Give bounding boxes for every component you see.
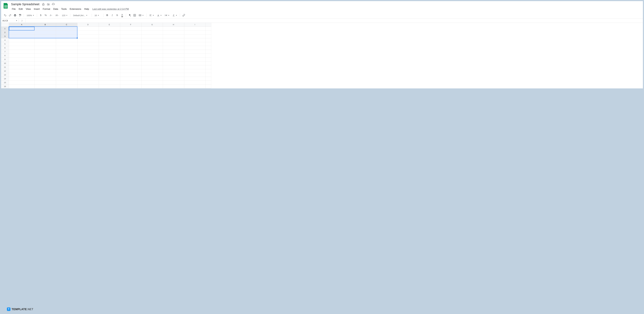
cell[interactable] [184, 38, 206, 42]
menu-tools[interactable]: Tools [60, 7, 68, 11]
cell[interactable] [120, 84, 142, 88]
cell[interactable] [77, 42, 99, 46]
cell[interactable] [56, 84, 77, 88]
cell[interactable] [34, 61, 56, 65]
redo-icon[interactable] [8, 13, 12, 17]
zoom-dropdown[interactable]: 100% ▼ [26, 13, 35, 17]
cell[interactable] [9, 30, 34, 34]
cell[interactable] [9, 57, 34, 61]
font-family-dropdown[interactable]: Default (Ari... ▼ [72, 13, 90, 17]
cell[interactable] [184, 50, 206, 54]
cell[interactable] [184, 46, 206, 50]
cell[interactable] [9, 42, 34, 46]
cell[interactable] [34, 81, 56, 84]
row-header[interactable]: 5 [1, 42, 9, 46]
cell[interactable] [142, 61, 163, 65]
cell[interactable] [206, 84, 211, 88]
cell[interactable] [184, 34, 206, 38]
cell[interactable] [77, 57, 99, 61]
row-header[interactable]: 12 [1, 69, 9, 73]
row-header[interactable]: 16 [1, 84, 9, 88]
cell[interactable] [120, 54, 142, 57]
last-edit-link[interactable]: Last edit was yesterday at 2:14 PM [92, 8, 129, 10]
row-header[interactable]: 10 [1, 61, 9, 65]
cell[interactable] [184, 57, 206, 61]
cell[interactable] [99, 57, 120, 61]
cell[interactable] [206, 42, 211, 46]
cell[interactable] [163, 34, 184, 38]
cell[interactable] [142, 42, 163, 46]
cell[interactable] [206, 34, 211, 38]
cell[interactable] [206, 57, 211, 61]
cell[interactable] [163, 77, 184, 81]
horizontal-align-dropdown[interactable]: ▼ [148, 13, 155, 17]
text-wrap-dropdown[interactable]: ▼ [164, 13, 170, 17]
cell[interactable] [34, 46, 56, 50]
cell[interactable] [142, 26, 163, 30]
cell[interactable] [120, 26, 142, 30]
cell[interactable] [163, 38, 184, 42]
cell[interactable] [206, 61, 211, 65]
cell[interactable] [142, 38, 163, 42]
cell[interactable] [206, 69, 211, 73]
cell[interactable] [77, 65, 99, 69]
cell[interactable] [9, 54, 34, 57]
italic-button[interactable]: I [110, 13, 114, 17]
cell[interactable] [34, 69, 56, 73]
cell[interactable] [163, 61, 184, 65]
print-icon[interactable] [13, 13, 17, 17]
cell[interactable] [163, 42, 184, 46]
merge-cells-dropdown[interactable]: ▼ [138, 13, 145, 17]
cell[interactable] [142, 46, 163, 50]
cell[interactable] [206, 38, 211, 42]
cell[interactable] [184, 61, 206, 65]
strikethrough-button[interactable]: S [115, 13, 119, 17]
cell[interactable] [163, 57, 184, 61]
row-header[interactable]: 7 [1, 50, 9, 54]
cell[interactable] [163, 81, 184, 84]
cell[interactable] [56, 73, 77, 77]
fill-handle[interactable] [77, 38, 78, 38]
cell[interactable] [77, 81, 99, 84]
cell[interactable] [206, 54, 211, 57]
font-size-dropdown[interactable]: 10 ▼ [94, 13, 102, 17]
row-header[interactable]: 2 [1, 30, 9, 34]
cell[interactable] [206, 26, 211, 30]
column-header[interactable]: H [163, 23, 184, 26]
formula-input[interactable] [26, 18, 643, 22]
star-icon[interactable] [42, 3, 45, 6]
cell[interactable] [99, 34, 120, 38]
more-formats-dropdown[interactable]: 123 ▼ [61, 13, 68, 17]
undo-icon[interactable] [3, 13, 7, 17]
cell[interactable] [120, 57, 142, 61]
cell[interactable] [99, 81, 120, 84]
cell[interactable] [120, 77, 142, 81]
column-header[interactable]: F [120, 23, 142, 26]
cell[interactable] [34, 77, 56, 81]
cell[interactable] [99, 26, 120, 30]
borders-icon[interactable] [132, 13, 137, 17]
cell[interactable] [184, 65, 206, 69]
menu-view[interactable]: View [24, 7, 32, 11]
cell[interactable] [120, 38, 142, 42]
cell[interactable] [34, 38, 56, 42]
cell[interactable] [34, 26, 56, 30]
percent-button[interactable]: % [44, 13, 48, 17]
column-header[interactable]: E [99, 23, 120, 26]
cell[interactable] [99, 30, 120, 34]
cell[interactable] [184, 26, 206, 30]
cell[interactable] [34, 57, 56, 61]
cell[interactable] [56, 34, 77, 38]
cell[interactable] [34, 84, 56, 88]
cell[interactable] [120, 81, 142, 84]
row-header[interactable]: 14 [1, 77, 9, 81]
cell[interactable] [99, 77, 120, 81]
cell[interactable] [56, 38, 77, 42]
cell[interactable] [142, 77, 163, 81]
row-header[interactable]: 6 [1, 46, 9, 50]
cell[interactable] [163, 26, 184, 30]
cell[interactable] [184, 73, 206, 77]
cell[interactable] [99, 69, 120, 73]
cell[interactable] [99, 46, 120, 50]
cell[interactable] [9, 46, 34, 50]
